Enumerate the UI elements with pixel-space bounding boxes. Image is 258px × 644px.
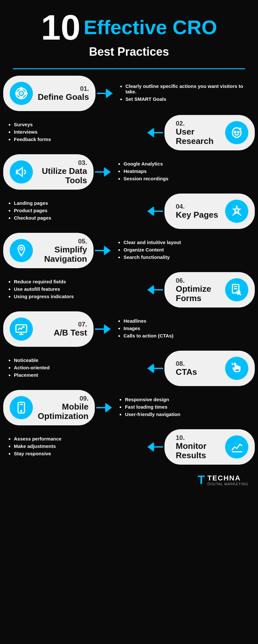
step-bullets-10: Assess performanceMake adjustmentsStay r…: [3, 433, 145, 461]
step-pill-10: 10. MonitorResults: [164, 429, 255, 465]
svg-point-1: [18, 90, 25, 97]
bullet-item: Assess performance: [14, 436, 140, 441]
step-label-02: 02. UserResearch: [176, 120, 225, 146]
bullet-item: Action-oriented: [14, 365, 140, 370]
step-bullets-04: Landing pagesProduct pagesCheckout pages: [3, 197, 145, 226]
bullet-item: Search functionality: [124, 254, 250, 260]
step-icon-03: [10, 160, 33, 184]
step-number-05: 05.: [38, 238, 87, 245]
step-icon-09: [10, 396, 33, 419]
step-title-07: A/B Test: [38, 328, 87, 337]
svg-line-19: [240, 294, 241, 295]
step-arrow-01: [95, 88, 115, 99]
step-pill-04: 04. Key Pages: [164, 194, 255, 229]
step-row-01: 01. Define Goals Clearly outline specifi…: [3, 76, 255, 111]
bullet-item: Placement: [14, 372, 140, 378]
bullet-item: Organize Content: [124, 247, 250, 252]
bullet-item: Interviews: [14, 129, 140, 135]
step-arrow-03: [94, 166, 113, 178]
bullet-item: Headlines: [124, 318, 250, 324]
bullet-item: Using progress indicators: [14, 294, 140, 299]
bullet-item: Calls to action (CTAs): [124, 333, 250, 338]
step-pill-05: 05. SimplifyNavigation: [3, 233, 94, 268]
svg-point-27: [21, 410, 22, 411]
header-cro: Effective CRO: [84, 17, 217, 37]
step-row-09: 09. MobileOptimization Responsive design…: [3, 390, 255, 425]
step-label-05: 05. SimplifyNavigation: [38, 238, 87, 263]
step-arrow-06: [145, 284, 164, 296]
step-arrow-02: [145, 127, 164, 138]
svg-point-8: [238, 131, 239, 133]
step-arrow-05: [94, 245, 113, 256]
step-title-09: MobileOptimization: [38, 402, 88, 421]
step-icon-02: [225, 121, 248, 144]
step-bullets-09: Responsive designFast loading timesUser-…: [114, 393, 255, 422]
step-pill-06: 06. OptimizeForms: [164, 272, 255, 308]
step-icon-04: [225, 200, 248, 223]
step-arrow-04: [145, 205, 164, 217]
bullet-item: User-friendly navigation: [125, 412, 250, 417]
step-number-07: 07.: [38, 321, 87, 328]
step-row-04: Landing pagesProduct pagesCheckout pages…: [3, 194, 255, 229]
svg-point-7: [234, 131, 236, 133]
step-icon-06: [225, 278, 248, 301]
step-label-09: 09. MobileOptimization: [38, 395, 88, 421]
bullet-item: Product pages: [14, 208, 140, 213]
step-bullets-08: NoticeableAction-orientedPlacement: [3, 354, 145, 383]
step-row-05: 05. SimplifyNavigation Clear and intuiti…: [3, 233, 255, 268]
step-row-10: Assess performanceMake adjustmentsStay r…: [3, 429, 255, 465]
header-divider: [13, 68, 245, 69]
step-label-08: 08. CTAs: [176, 360, 225, 377]
step-label-03: 03. Utilize DataTools: [38, 159, 87, 185]
step-pill-08: 08. CTAs: [164, 351, 255, 386]
step-number-03: 03.: [38, 159, 87, 166]
step-bullets-07: HeadlinesImagesCalls to action (CTAs): [113, 315, 255, 344]
step-number-06: 06.: [176, 277, 225, 284]
bullet-item: Set SMART Goals: [125, 96, 250, 102]
step-title-01: Define Goals: [38, 92, 89, 102]
step-label-07: 07. A/B Test: [38, 321, 87, 337]
bullet-item: Clearly outline specific actions you wan…: [125, 83, 250, 94]
header-subtitle: Best Practices: [13, 45, 245, 59]
bullet-item: Checkout pages: [14, 215, 140, 221]
bullet-item: Noticeable: [14, 357, 140, 363]
bullet-item: Make adjustments: [14, 443, 140, 449]
steps-container: 01. Define Goals Clearly outline specifi…: [0, 76, 258, 465]
step-pill-09: 09. MobileOptimization: [3, 390, 95, 425]
bullet-item: Use autofill features: [14, 286, 140, 292]
step-pill-07: 07. A/B Test: [3, 311, 94, 347]
step-label-04: 04. Key Pages: [176, 203, 225, 220]
step-pill-02: 02. UserResearch: [164, 115, 255, 150]
bullet-item: Feedback forms: [14, 137, 140, 142]
step-title-02: UserResearch: [176, 127, 225, 146]
step-icon-07: [10, 317, 33, 341]
footer-t-letter: T: [198, 473, 205, 487]
footer: T TECHNA DIGITAL MARKETING: [0, 469, 258, 492]
step-label-06: 06. OptimizeForms: [176, 277, 225, 303]
bullet-item: Landing pages: [14, 200, 140, 206]
footer-brand: TECHNA DIGITAL MARKETING: [207, 474, 248, 486]
step-label-01: 01. Define Goals: [38, 85, 89, 102]
svg-point-12: [20, 247, 23, 250]
bullet-item: Surveys: [14, 122, 140, 127]
step-arrow-08: [145, 363, 164, 374]
bullet-item: Reduce required fields: [14, 279, 140, 284]
step-icon-08: [225, 357, 248, 380]
step-row-03: 03. Utilize DataTools Google AnalyticsHe…: [3, 154, 255, 190]
bullet-item: Clear and intuitive layout: [124, 240, 250, 245]
step-bullets-01: Clearly outline specific actions you wan…: [115, 80, 255, 107]
step-title-08: CTAs: [176, 367, 225, 377]
step-title-06: OptimizeForms: [176, 284, 225, 303]
step-number-09: 09.: [38, 395, 88, 402]
svg-point-2: [20, 92, 23, 95]
step-icon-01: [10, 82, 33, 105]
step-arrow-10: [145, 441, 164, 453]
step-bullets-03: Google AnalyticsHeatmapsSession recordin…: [113, 158, 255, 186]
bullet-item: Fast loading times: [125, 404, 250, 410]
step-number-10: 10.: [176, 434, 225, 441]
footer-logo: T TECHNA DIGITAL MARKETING: [198, 473, 248, 487]
step-row-06: Reduce required fieldsUse autofill featu…: [3, 272, 255, 308]
step-number-08: 08.: [176, 360, 225, 367]
step-bullets-06: Reduce required fieldsUse autofill featu…: [3, 276, 145, 304]
step-bullets-02: SurveysInterviewsFeedback forms: [3, 118, 145, 147]
